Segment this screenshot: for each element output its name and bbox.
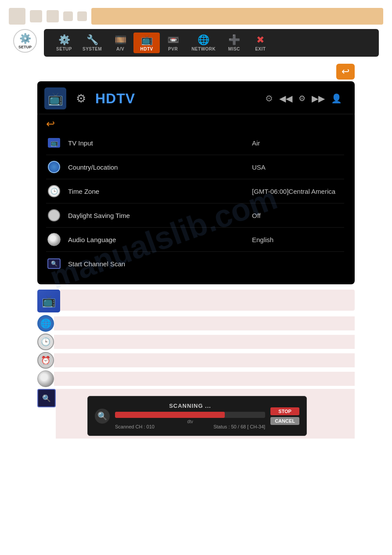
timezone-icon: 🕒 [46, 183, 62, 199]
nav-item-pvr[interactable]: 📼 PVR [160, 33, 186, 53]
tv-icon-shape: 📺 [48, 138, 60, 148]
timezone-label: Time Zone [68, 188, 248, 195]
desc-row-tv-input: 📺 [37, 290, 355, 312]
desc-row-audio [37, 370, 355, 387]
audio-lang-value: English [248, 236, 344, 243]
hdtv-gear-icon: ⚙ [72, 90, 89, 107]
country-value: USA [248, 163, 344, 171]
dst-value: Off [248, 212, 344, 219]
hdtv-back-icon[interactable]: ↩ [46, 118, 55, 130]
system-gear-icon: 🔧 [86, 34, 98, 46]
desc-text-country [54, 316, 355, 330]
gear-icon-lg: ⚙️ [19, 33, 31, 44]
tv-input-value: Air [248, 139, 344, 147]
desc-text-timezone [54, 335, 355, 349]
tv-icon: 📺 [141, 34, 153, 46]
nav-item-exit[interactable]: ✖ EXIT [247, 33, 273, 53]
hdtv-back-row: ↩ [37, 114, 355, 131]
scan-dialog-header: 🔍 SCANNING ... dtv Scanned CH : 010 Stat… [95, 403, 299, 429]
nav-label-exit: EXIT [255, 47, 266, 51]
globe-icon-shape [48, 161, 60, 173]
scan-search-icon: 🔍 [95, 409, 110, 424]
clock-desc-icon: 🕒 [41, 337, 50, 347]
hdtv-ctrl-settings2[interactable]: ⚙ [296, 93, 308, 104]
hdtv-ctrl-prev[interactable]: ◀◀ [277, 92, 295, 105]
top-bar-square-4 [63, 11, 73, 21]
timezone-value: [GMT-06:00]Central America [248, 188, 344, 195]
audio-lang-icon [46, 232, 62, 247]
nav-item-av[interactable]: 🎞️ A/V [107, 33, 133, 53]
setting-row-timezone[interactable]: 🕒 Time Zone [GMT-06:00]Central America [46, 179, 344, 203]
cancel-button[interactable]: CANCEL [270, 417, 299, 425]
top-bar-square-1 [9, 8, 25, 25]
desc-icon-dst: ⏰ [37, 352, 54, 369]
top-bar-long [91, 8, 383, 25]
desc-section: 📺 🌐 🕒 ⏰ 🔍 [37, 290, 355, 439]
hdtv-title-section: 📺 ⚙ HDTV [44, 87, 135, 109]
dst-label: Daylight Saving Time [68, 212, 248, 219]
nav-label-system: SYSTEM [83, 47, 102, 51]
setting-row-tv-input[interactable]: 📺 TV Input Air [46, 131, 344, 155]
dst-icon [46, 207, 62, 223]
nav-item-misc[interactable]: ➕ MISC [221, 33, 247, 53]
desc-row-scan: 🔍 🔍 SCANNING ... dtv [37, 389, 355, 439]
country-icon [46, 159, 62, 175]
back-button-top[interactable]: ↩ [336, 64, 355, 80]
nav-setup-circle-label: SETUP [18, 45, 32, 49]
desc-icon-tv-input: 📺 [37, 290, 60, 312]
scan-progress-label: dtv [115, 419, 265, 424]
setting-row-dst[interactable]: Daylight Saving Time Off [46, 203, 344, 228]
desc-text-audio [54, 372, 355, 386]
clock-icon-shape: 🕒 [48, 185, 60, 197]
desc-text-dst [54, 353, 355, 367]
nav-bar: ⚙️ SETUP 🔧 SYSTEM 🎞️ A/V 📺 HDTV 📼 PVR 🌐 … [44, 29, 379, 57]
hdtv-ctrl-next[interactable]: ▶▶ [309, 92, 327, 105]
scan-content: SCANNING ... dtv Scanned CH : 010 Status… [115, 403, 265, 429]
av-icon: 🎞️ [115, 34, 126, 46]
globe-icon: 🌐 [198, 34, 209, 46]
nav-label-network: NETWORK [191, 47, 216, 51]
scan-progress-bar [115, 412, 265, 418]
nav-label-hdtv: HDTV [140, 47, 153, 51]
nav-label-pvr: PVR [168, 47, 178, 51]
desc-text-scan: 🔍 SCANNING ... dtv Scanned CH : 010 Stat… [56, 389, 355, 439]
alarm-desc-icon: ⏰ [41, 355, 50, 365]
nav-label-misc: MISC [228, 47, 240, 51]
scanned-ch: Scanned CH : 010 [115, 424, 155, 429]
scan-icon: 🔍 [46, 256, 62, 272]
setting-row-country[interactable]: Country/Location USA [46, 155, 344, 179]
scan-status-text: Status : 50 / 68 [ CH-34] [213, 424, 265, 429]
nav-item-system[interactable]: 🔧 SYSTEM [77, 33, 107, 53]
setting-row-scan[interactable]: 🔍 Start Channel Scan [46, 252, 344, 276]
tv-desc-icon: 📺 [42, 294, 56, 308]
nav-label-setup: SETUP [56, 47, 72, 51]
setting-row-audio-lang[interactable]: Audio Language English [46, 228, 344, 252]
hdtv-header: 📺 ⚙ HDTV ⚙ ◀◀ ⚙ ▶▶ 👤 [37, 81, 355, 114]
top-bar-square-3 [47, 10, 59, 22]
top-bar-square-2 [30, 10, 42, 22]
top-bars [0, 0, 392, 29]
search-cam-icon-shape: 🔍 [47, 258, 61, 269]
nav-item-hdtv[interactable]: 📺 HDTV [133, 33, 160, 53]
desc-row-dst: ⏰ [37, 352, 355, 369]
hdtv-controls: ⚙ ◀◀ ⚙ ▶▶ 👤 [263, 92, 344, 105]
desc-icon-audio [37, 370, 54, 387]
tv-input-icon: 📺 [46, 135, 62, 151]
hdtv-icon-box: 📺 [44, 87, 66, 109]
alarm-icon-shape [48, 209, 60, 221]
hdtv-ctrl-person[interactable]: 👤 [329, 92, 344, 105]
nav-item-network[interactable]: 🌐 NETWORK [186, 33, 221, 53]
gear-icon: ⚙️ [58, 34, 70, 46]
scan-label: Start Channel Scan [68, 260, 248, 268]
hdtv-tv-icon: 📺 [48, 91, 63, 106]
pvr-icon: 📼 [167, 34, 179, 46]
nav-item-setup[interactable]: ⚙️ SETUP [51, 33, 77, 53]
plus-icon: ➕ [228, 34, 240, 46]
hdtv-ctrl-gear[interactable]: ⚙ [263, 92, 275, 105]
nav-setup-circle[interactable]: ⚙️ SETUP [13, 29, 37, 53]
scan-progress-wrapper: dtv [115, 412, 265, 424]
tv-input-label: TV Input [68, 139, 248, 147]
stop-button[interactable]: STOP [270, 407, 299, 415]
desc-icon-timezone: 🕒 [37, 334, 54, 350]
hdtv-panel: 📺 ⚙ HDTV ⚙ ◀◀ ⚙ ▶▶ 👤 ↩ 📺 TV Input [37, 81, 355, 284]
